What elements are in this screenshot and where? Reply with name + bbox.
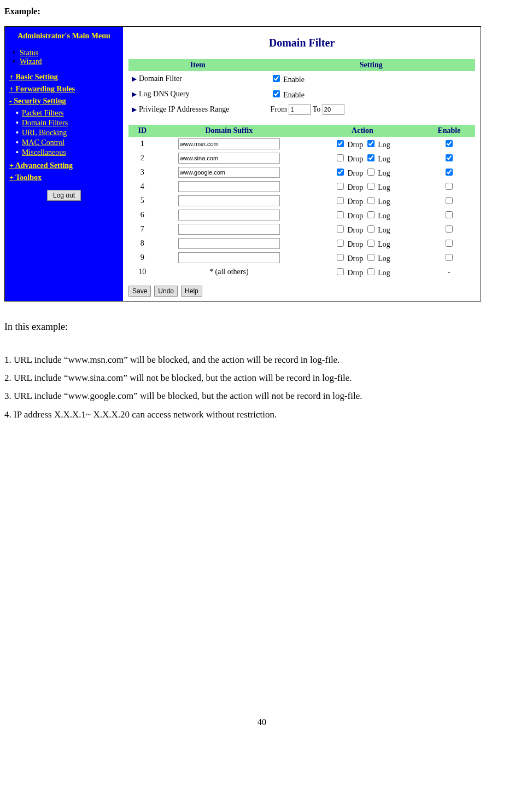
button-row: Save Undo Help [128,286,475,297]
enable-checkbox[interactable] [446,154,453,161]
table-row: 9 Drop Log [128,251,475,265]
domain-input[interactable] [178,252,280,263]
rule-id: 1 [128,137,156,151]
log-checkbox[interactable] [367,254,374,261]
enable-checkbox[interactable] [446,140,453,147]
log-checkbox[interactable] [367,240,374,247]
rule-action-cell: Drop Log [302,236,423,251]
rule-action-cell: Drop Log [302,208,423,222]
col-enable: Enable [423,125,475,137]
settings-table: Item Setting ▶Domain Filter Enable ▶Log … [128,59,475,117]
drop-checkbox[interactable] [337,240,344,247]
domain-input[interactable] [178,153,280,164]
rule-id: 8 [128,236,156,251]
enable-checkbox[interactable] [446,211,453,218]
sidebar-title: Administrator's Main Menu [9,31,119,41]
from-label: From [271,105,287,113]
sidebar-link-domain-filters[interactable]: Domain Filters [22,119,68,127]
from-input[interactable] [289,104,311,115]
drop-checkbox[interactable] [337,197,344,204]
rule-enable-cell [423,251,475,265]
example-intro: In this example: [4,321,515,333]
sidebar-link-status[interactable]: Status [20,49,38,57]
sidebar-security-sub: Packet Filters Domain Filters URL Blocki… [16,109,119,157]
sidebar-link-packet-filters[interactable]: Packet Filters [22,109,64,117]
page-number: 40 [4,717,515,727]
item-label: Domain Filter [139,74,182,83]
log-checkbox[interactable] [367,225,374,233]
drop-checkbox[interactable] [337,154,344,161]
log-checkbox[interactable] [367,211,374,218]
log-checkbox[interactable] [367,197,374,204]
sidebar-cat-forwarding[interactable]: + Forwarding Rules [9,85,119,94]
drop-checkbox[interactable] [337,254,344,261]
drop-checkbox[interactable] [337,183,344,190]
log-checkbox[interactable] [367,183,374,190]
domain-filter-enable-checkbox[interactable] [273,75,280,82]
admin-interface: Administrator's Main Menu Status Wizard … [4,26,481,301]
rule-id: 10 [128,265,156,279]
log-checkbox[interactable] [367,268,374,275]
enable-checkbox[interactable] [446,225,453,233]
sidebar-link-wizard[interactable]: Wizard [20,57,42,66]
page-title: Domain Filter [128,37,475,49]
rules-table: ID Domain Suffix Action Enable 1 Drop Lo… [128,125,475,279]
domain-input[interactable] [178,138,280,149]
table-row: 5 Drop Log [128,194,475,208]
domain-input[interactable] [178,195,280,206]
rule-id: 5 [128,194,156,208]
enable-checkbox[interactable] [446,197,453,204]
enable-label: Enable [283,91,305,99]
enable-checkbox[interactable] [446,169,453,176]
sidebar-cat-toolbox[interactable]: + Toolbox [9,173,119,182]
bullet-icon: ▶ [132,106,137,113]
rule-action-cell: Drop Log [302,222,423,236]
row-privilege-range: ▶Privilege IP Addresses Range From To [128,102,475,117]
rule-enable-cell [423,208,475,222]
drop-checkbox[interactable] [337,225,344,233]
col-action: Action [302,125,423,137]
drop-checkbox[interactable] [337,211,344,218]
table-row: 2 Drop Log [128,151,475,165]
bullet-icon: ▶ [132,75,137,83]
example-lines: 1. URL include “www.msn.com” will be blo… [4,352,515,422]
undo-button[interactable]: Undo [154,286,178,297]
log-checkbox[interactable] [367,154,374,161]
sidebar-cat-security[interactable]: - Security Setting [9,97,119,106]
rule-domain-cell [156,151,302,165]
drop-checkbox[interactable] [337,169,344,176]
sidebar: Administrator's Main Menu Status Wizard … [5,27,123,301]
table-row: 1 Drop Log [128,137,475,151]
enable-checkbox[interactable] [446,254,453,261]
to-input[interactable] [323,104,344,115]
help-button[interactable]: Help [181,286,202,297]
rule-action-cell: Drop Log [302,194,423,208]
item-label: Privilege IP Addresses Range [139,105,230,113]
table-row: 7 Drop Log [128,222,475,236]
rule-enable-cell [423,236,475,251]
sidebar-link-url-blocking[interactable]: URL Blocking [22,129,67,137]
rule-id: 3 [128,165,156,179]
sidebar-link-misc[interactable]: Miscellaneous [22,148,66,156]
log-dns-enable-checkbox[interactable] [273,90,280,97]
sidebar-cat-advanced[interactable]: + Advanced Setting [9,161,119,170]
drop-checkbox[interactable] [337,268,344,275]
rule-domain-cell [156,236,302,251]
domain-input[interactable] [178,224,280,235]
domain-input[interactable] [178,238,280,249]
domain-input[interactable] [178,210,280,221]
domain-input[interactable] [178,181,280,192]
enable-checkbox[interactable] [446,183,453,190]
drop-checkbox[interactable] [337,140,344,147]
sidebar-link-mac-control[interactable]: MAC Control [22,138,65,147]
enable-checkbox[interactable] [446,240,453,247]
rule-action-cell: Drop Log [302,251,423,265]
example-line: 3. URL include “www.google.com” will be … [4,388,515,403]
logout-button[interactable]: Log out [47,190,81,201]
save-button[interactable]: Save [128,286,151,297]
sidebar-cat-basic[interactable]: + Basic Setting [9,73,119,82]
domain-input[interactable] [178,167,280,178]
log-checkbox[interactable] [367,169,374,176]
rule-domain-cell: * (all others) [156,265,302,279]
log-checkbox[interactable] [367,140,374,147]
